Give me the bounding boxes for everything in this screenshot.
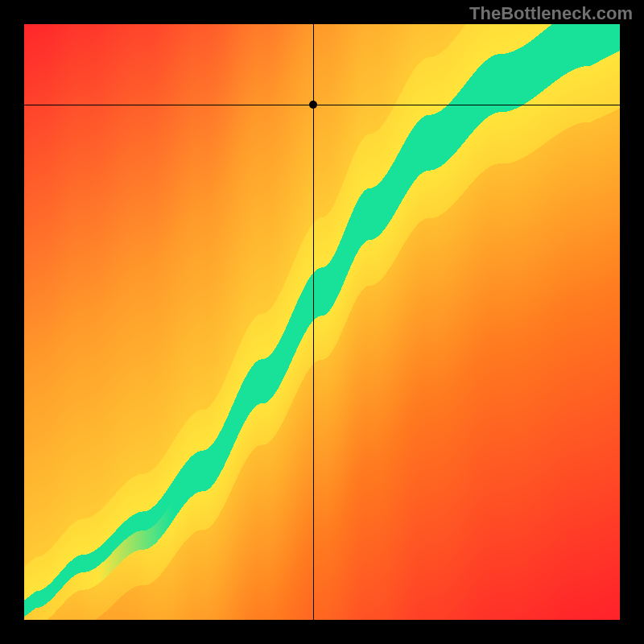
bottleneck-heatmap	[24, 24, 620, 620]
watermark-text: TheBottleneck.com	[469, 3, 633, 24]
heatmap-canvas	[24, 24, 620, 620]
